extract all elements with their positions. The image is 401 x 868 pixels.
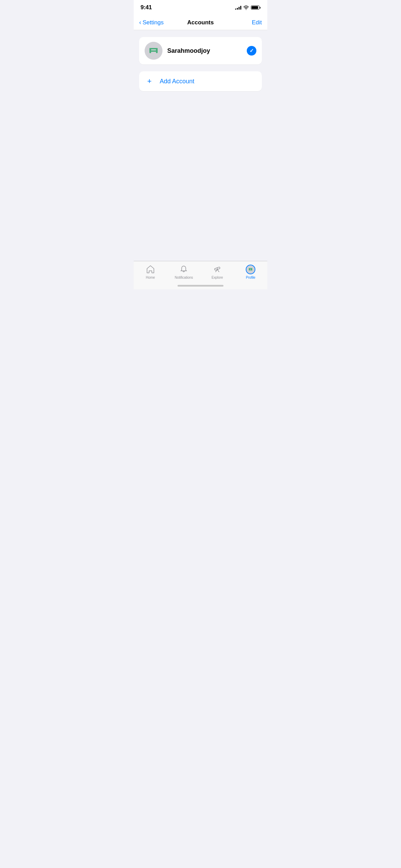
svg-rect-13: [249, 268, 250, 270]
add-account-button[interactable]: + Add Account: [145, 71, 256, 91]
nav-bar: ‹ Settings Accounts Edit: [134, 15, 267, 30]
wifi-icon: [243, 5, 249, 10]
svg-rect-4: [149, 48, 151, 53]
battery-icon: [251, 5, 260, 10]
telescope-icon: [213, 265, 222, 274]
tab-home[interactable]: Home: [134, 265, 167, 279]
tab-profile-label: Profile: [246, 276, 255, 279]
page-title: Accounts: [187, 19, 214, 26]
edit-button[interactable]: Edit: [252, 19, 262, 26]
tab-explore-label: Explore: [211, 276, 223, 279]
tab-notifications[interactable]: Notifications: [167, 265, 201, 279]
home-icon: [146, 265, 155, 274]
status-time: 9:41: [141, 4, 152, 11]
tab-home-label: Home: [146, 276, 155, 279]
signal-bars-icon: [235, 5, 241, 10]
profile-avatar-icon: [246, 265, 255, 274]
back-label: Settings: [143, 19, 163, 26]
tab-profile[interactable]: Profile: [234, 265, 268, 279]
plus-icon: +: [145, 77, 154, 86]
account-row[interactable]: Sarahmoodjoy ✓: [145, 37, 256, 64]
selected-checkmark: ✓: [247, 46, 256, 56]
account-avatar-icon: [145, 42, 162, 60]
chevron-left-icon: ‹: [139, 19, 141, 26]
status-bar: 9:41: [134, 0, 267, 15]
account-card: Sarahmoodjoy ✓: [139, 37, 262, 64]
svg-rect-14: [251, 268, 252, 270]
svg-point-0: [246, 9, 246, 10]
status-icons: [235, 5, 260, 10]
svg-line-7: [217, 269, 219, 272]
tab-explore[interactable]: Explore: [200, 265, 234, 279]
content-area: Sarahmoodjoy ✓ + Add Account: [134, 30, 267, 98]
tab-notifications-label: Notifications: [175, 276, 193, 279]
svg-rect-5: [156, 48, 158, 53]
account-username: Sarahmoodjoy: [167, 47, 242, 55]
bell-icon: [179, 265, 188, 274]
add-account-label: Add Account: [160, 78, 194, 85]
checkmark-icon: ✓: [250, 48, 254, 54]
avatar: [145, 42, 162, 60]
back-button[interactable]: ‹ Settings: [139, 19, 163, 26]
home-indicator: [178, 285, 223, 287]
add-account-card: + Add Account: [139, 71, 262, 91]
